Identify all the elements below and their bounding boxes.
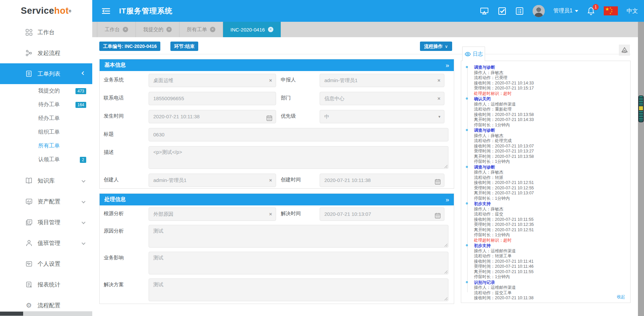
sidebar-subitem-label: 认领工单 [38,156,60,163]
sidebar-item-knowledge-base[interactable]: 知识库 [0,170,92,191]
user-menu[interactable]: 管理员1 [553,7,578,14]
sidebar-item-personal-settings[interactable]: 个人设置 [0,253,92,274]
sidebar-item-label: 流程配置 [38,302,60,309]
log-timeline: 调查与诊断 操作人：薛敏杰 流程动作：已受理 接收时间：2020-07-21 1… [466,65,626,301]
field-value: 2020-07-21 10:11:38 [324,177,371,183]
field-value: <p>测试</p> [153,149,182,155]
field-value: 0630 [153,132,164,137]
business-system-field[interactable]: 桌面运维 × [149,74,276,87]
calendar-icon[interactable] [266,113,272,123]
log-entry-title[interactable]: 确认关闭 [474,97,626,102]
field-label: 解决时间 [276,207,320,217]
occur-time-field[interactable]: 2020-07-21 10:11:38 [149,110,276,123]
cause-analysis-textarea[interactable]: 测试 [149,225,448,248]
department-field[interactable]: 信息中心 × [320,92,444,105]
log-entry-line: 离开时间：2020-07-21 10:11:55 [474,269,626,275]
sidebar-subitem-my-submitted[interactable]: 我提交的 473 [0,84,92,98]
section-collapse-icon[interactable]: » [445,62,449,69]
clear-icon[interactable]: × [437,74,440,87]
sidebar-collapse-icon[interactable] [102,7,110,15]
log-collapse-link[interactable]: 收起 [617,294,625,300]
log-entry-title[interactable]: 初步支持 [474,201,626,207]
resolve-time-field[interactable]: 2020-07-21 10:13:07 [320,207,444,221]
timeline-dot-icon [466,98,468,100]
screen-share-icon[interactable] [480,7,489,15]
select-caret-icon[interactable]: ▾ [438,110,440,123]
close-icon[interactable]: × [123,27,128,32]
log-entry: 调查与诊断 操作人：薛敏杰 流程动作：处理完成 接收时间：2020-07-21 … [466,128,626,165]
scrollbar-thumb[interactable] [638,96,644,122]
tab-ticket-inc-2020-0416[interactable]: INC-2020-0416 × [223,22,281,37]
section-collapse-icon[interactable]: » [445,196,449,203]
description-textarea[interactable]: <p>测试</p> [149,146,448,169]
sidebar-item-workbench[interactable]: 工作台 [0,22,92,43]
sidebar-subitem-all-tickets[interactable]: 所有工单 [0,139,92,153]
count-badge: 164 [75,102,86,108]
create-time-field[interactable]: 2020-07-21 10:11:38 [320,174,444,187]
sidebar-item-project-mgmt[interactable]: 项目管理 [0,212,92,233]
tab-label: 我提交的 [143,26,163,33]
close-icon[interactable]: × [268,27,273,32]
creator-field[interactable]: admin-管理员1 × [149,174,276,187]
close-icon[interactable]: × [210,27,215,32]
log-entry-title[interactable]: 初步支持 [474,243,626,249]
log-entry-title[interactable]: 调查与诊断 [474,65,626,70]
clear-icon[interactable]: × [269,174,272,187]
todo-list-icon[interactable] [515,7,524,15]
sidebar-item-ticket-list[interactable]: 工单列表 [0,63,92,84]
log-entry-line: 停留时长：1分钟内 [474,159,626,165]
page-vertical-scrollbar[interactable] [638,22,644,316]
solution-textarea[interactable]: 测试 [149,278,448,301]
clear-icon[interactable]: × [269,208,272,220]
user-avatar[interactable] [533,5,545,17]
timeline-dot-icon [466,66,468,68]
log-entry-title[interactable]: 调查与诊断 [474,165,626,170]
sidebar-subitem-org[interactable]: 组织工单 [0,125,92,139]
sidebar-item-label: 项目管理 [38,218,60,226]
sidebar-item-start-process[interactable]: 发起流程 [0,43,92,63]
section-title: 处理信息 [104,196,126,203]
china-flag-icon[interactable]: ★ ★ ★ ★ ★ [604,6,618,15]
contact-phone-field[interactable]: 18550096655 [149,92,276,105]
tab-my-submitted[interactable]: 我提交的 × [136,22,179,37]
sidebar-subitem-handled[interactable]: 经办工单 [0,112,92,125]
tab-workbench[interactable]: 工作台 × [97,22,136,37]
back-to-top-button[interactable]: TOP [619,45,630,56]
language-switch[interactable]: 中文 [627,7,638,15]
priority-select[interactable]: 中 ▾ [320,110,444,123]
calendar-icon[interactable] [435,211,441,221]
notification-bell-icon[interactable]: 1 [587,7,595,15]
clear-icon[interactable]: × [269,74,272,87]
sidebar-subitem-todo[interactable]: 待办工单 164 [0,98,92,112]
sidebar-subitem-label: 组织工单 [38,129,60,136]
approval-checkbox-icon[interactable] [498,7,506,15]
sidebar-item-report-stats[interactable]: 报表统计 [0,274,92,295]
log-entry: 调查与诊断 操作人：薛敏杰 流程动作：转派 接收时间：2020-07-21 10… [466,165,626,201]
calendar-icon[interactable] [435,177,441,187]
log-entry-title[interactable]: 识别与记录 [474,280,626,286]
sidebar-item-label: 个人设置 [38,260,60,268]
reporter-field[interactable]: admin-管理员1 × [320,74,444,87]
tab-all-tickets[interactable]: 所有工单 × [179,22,223,37]
title-field[interactable]: 0630 [149,128,448,141]
sidebar: Servicehot® 工作台 发起流程 [0,0,92,316]
log-entry-title[interactable]: 调查与诊断 [474,128,626,133]
field-value: 外部原因 [153,211,173,217]
field-label: 根源分析 [100,207,149,217]
grid-icon [25,28,33,36]
scrollbar-thumb[interactable] [0,312,23,316]
root-cause-field[interactable]: 外部原因 × [149,207,276,221]
process-actions-button[interactable]: 流程操作∨ [420,42,452,51]
clear-icon[interactable]: × [437,92,440,105]
sidebar-subitem-claim[interactable]: 认领工单 2 [0,153,92,167]
sidebar-horizontal-scrollbar[interactable] [0,311,92,316]
log-entry-line: 流程动作：转派 [474,175,626,181]
timeline-dot-icon [466,166,468,168]
sidebar-item-asset-config[interactable]: 资产配置 [0,191,92,212]
basic-info-header: 基本信息 » [100,59,454,71]
close-icon[interactable]: × [166,27,172,32]
sidebar-item-duty-mgmt[interactable]: 值班管理 [0,233,92,253]
app-window: Servicehot® 工作台 发起流程 [0,0,644,316]
business-impact-textarea[interactable]: 测试 [149,252,448,274]
log-tab[interactable]: 日志 [462,47,485,61]
